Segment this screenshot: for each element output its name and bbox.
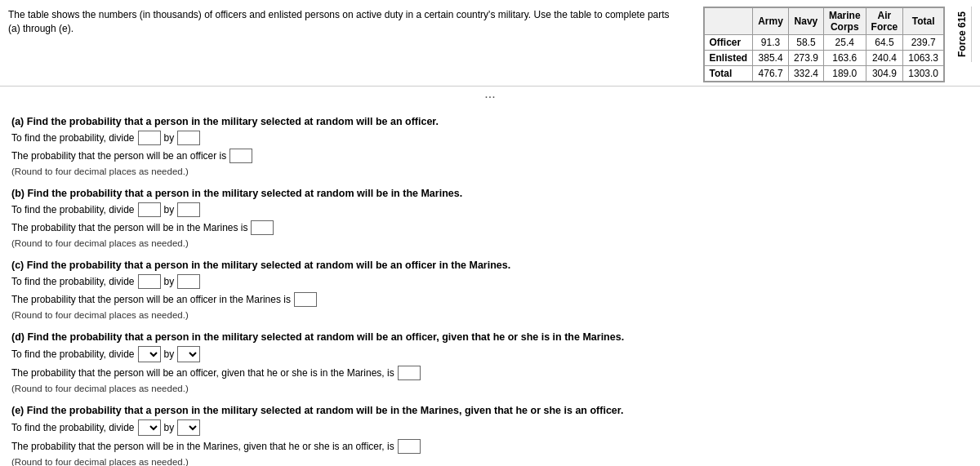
section-a-note: (Round to four decimal places as needed.… xyxy=(11,166,969,176)
section-d-probability-row: The probability that the person will be … xyxy=(11,366,969,380)
col-header-army: Army xyxy=(753,8,789,35)
row-label-total: Total xyxy=(704,66,753,82)
section-c-answer[interactable] xyxy=(294,292,317,307)
section-d-select1[interactable] xyxy=(138,346,161,362)
section-b-input2[interactable] xyxy=(177,202,200,217)
section-c-note: (Round to four decimal places as needed.… xyxy=(11,310,969,320)
table-row-officer: Officer 91.3 58.5 25.4 64.5 239.7 xyxy=(704,35,943,51)
military-table: Army Navy MarineCorps AirForce Total Off… xyxy=(704,7,944,82)
section-a-input1[interactable] xyxy=(138,131,161,145)
section-c-input2[interactable] xyxy=(177,274,200,289)
section-e-title: (e) Find the probability that a person i… xyxy=(11,405,969,416)
section-d-divide-row: To find the probability, divide by xyxy=(11,346,969,362)
top-right-area: Army Navy MarineCorps AirForce Total Off… xyxy=(703,7,972,82)
section-a-divide-prefix: To find the probability, divide xyxy=(11,132,135,144)
cell-officer-air: 64.5 xyxy=(866,35,903,51)
cell-enlisted-total: 1063.3 xyxy=(903,51,944,66)
section-d: (d) Find the probability that a person i… xyxy=(11,331,969,393)
force-label: Force 615 xyxy=(953,7,972,62)
section-a-by: by xyxy=(164,132,175,144)
section-e-select1[interactable] xyxy=(138,419,161,436)
section-e: (e) Find the probability that a person i… xyxy=(11,405,969,466)
section-a-title: (a) Find the probability that a person i… xyxy=(11,116,969,127)
section-b: (b) Find the probability that a person i… xyxy=(11,188,969,248)
col-header-air: AirForce xyxy=(866,8,903,35)
col-header-total: Total xyxy=(903,8,944,35)
section-e-select2[interactable] xyxy=(177,419,200,436)
cell-total-army: 476.7 xyxy=(753,66,789,82)
intro-text: The table shows the numbers (in thousand… xyxy=(8,7,678,36)
section-c-input1[interactable] xyxy=(138,274,161,289)
cell-officer-marine: 25.4 xyxy=(823,35,866,51)
cell-officer-total: 239.7 xyxy=(903,35,944,51)
section-c-divide-row: To find the probability, divide by xyxy=(11,274,969,289)
section-d-divide-prefix: To find the probability, divide xyxy=(11,348,135,360)
section-a-probability-row: The probability that the person will be … xyxy=(11,149,969,163)
col-header-navy: Navy xyxy=(788,8,823,35)
section-e-by: by xyxy=(164,422,175,433)
section-e-probability-row: The probability that the person will be … xyxy=(11,439,969,454)
cell-enlisted-navy: 273.9 xyxy=(788,51,823,66)
cell-total-total: 1303.0 xyxy=(903,66,944,82)
section-b-probability-row: The probability that the person will be … xyxy=(11,220,969,235)
cell-officer-navy: 58.5 xyxy=(788,35,823,51)
ellipsis-separator: ··· xyxy=(0,87,980,108)
section-c: (c) Find the probability that a person i… xyxy=(11,260,969,320)
section-b-title: (b) Find the probability that a person i… xyxy=(11,188,969,199)
row-label-officer: Officer xyxy=(704,35,753,51)
section-a-divide-row: To find the probability, divide by xyxy=(11,131,969,145)
section-a-answer[interactable] xyxy=(229,149,252,163)
cell-total-air: 304.9 xyxy=(866,66,903,82)
cell-enlisted-marine: 163.6 xyxy=(823,51,866,66)
row-label-enlisted: Enlisted xyxy=(704,51,753,66)
section-e-divide-prefix: To find the probability, divide xyxy=(11,422,135,433)
cell-enlisted-army: 385.4 xyxy=(753,51,789,66)
section-e-prob-prefix: The probability that the person will be … xyxy=(11,441,394,452)
section-a: (a) Find the probability that a person i… xyxy=(11,116,969,176)
col-header-marine: MarineCorps xyxy=(823,8,866,35)
section-e-note: (Round to four decimal places as needed.… xyxy=(11,457,969,466)
section-b-divide-row: To find the probability, divide by xyxy=(11,202,969,217)
cell-enlisted-air: 240.4 xyxy=(866,51,903,66)
section-b-divide-prefix: To find the probability, divide xyxy=(11,204,135,215)
col-header-blank xyxy=(704,8,753,35)
section-a-input2[interactable] xyxy=(177,131,200,145)
section-d-by: by xyxy=(164,348,175,360)
section-d-note: (Round to four decimal places as needed.… xyxy=(11,384,969,393)
section-b-by: by xyxy=(164,204,175,215)
top-bar: The table shows the numbers (in thousand… xyxy=(0,0,980,87)
section-b-input1[interactable] xyxy=(138,202,161,217)
section-e-answer[interactable] xyxy=(398,439,421,454)
section-b-prob-prefix: The probability that the person will be … xyxy=(11,222,247,233)
section-c-title: (c) Find the probability that a person i… xyxy=(11,260,969,271)
section-c-prob-prefix: The probability that the person will be … xyxy=(11,294,291,305)
section-d-prob-prefix: The probability that the person will be … xyxy=(11,367,394,379)
section-c-divide-prefix: To find the probability, divide xyxy=(11,276,135,287)
section-a-prob-prefix: The probability that the person will be … xyxy=(11,150,226,162)
table-row-total: Total 476.7 332.4 189.0 304.9 1303.0 xyxy=(704,66,943,82)
section-d-title: (d) Find the probability that a person i… xyxy=(11,331,969,343)
main-content: (a) Find the probability that a person i… xyxy=(0,108,980,466)
section-c-by: by xyxy=(164,276,175,287)
cell-officer-army: 91.3 xyxy=(753,35,789,51)
section-d-answer[interactable] xyxy=(398,366,421,380)
section-e-divide-row: To find the probability, divide by xyxy=(11,419,969,436)
cell-total-navy: 332.4 xyxy=(788,66,823,82)
cell-total-marine: 189.0 xyxy=(823,66,866,82)
table-row-enlisted: Enlisted 385.4 273.9 163.6 240.4 1063.3 xyxy=(704,51,943,66)
section-c-probability-row: The probability that the person will be … xyxy=(11,292,969,307)
data-table-container: Army Navy MarineCorps AirForce Total Off… xyxy=(703,7,945,82)
section-b-note: (Round to four decimal places as needed.… xyxy=(11,238,969,248)
section-d-select2[interactable] xyxy=(177,346,200,362)
section-b-answer[interactable] xyxy=(251,220,274,235)
